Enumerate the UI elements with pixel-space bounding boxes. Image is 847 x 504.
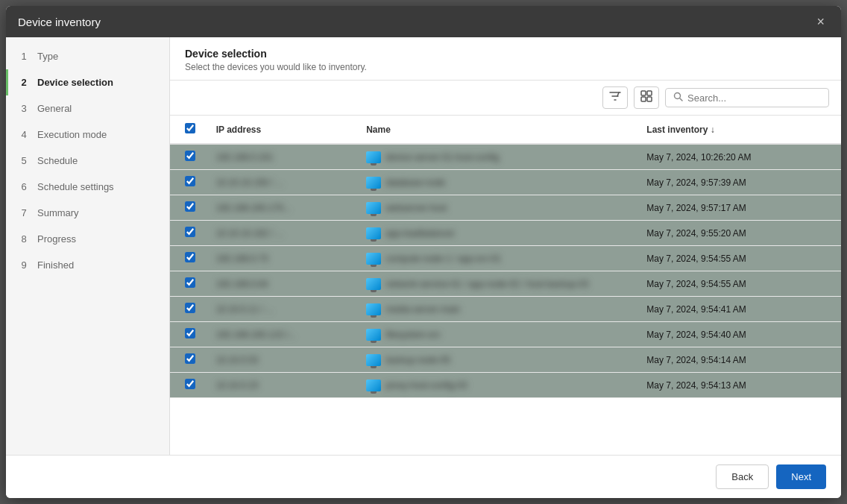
- sidebar-item-finished[interactable]: 9Finished: [6, 252, 169, 278]
- sidebar-item-device-selection[interactable]: 2Device selection: [6, 69, 169, 95]
- section-header: Device selection Select the devices you …: [170, 37, 841, 81]
- step-number: 6: [18, 181, 30, 192]
- table-row: 10.10.10.150 / ... database-node May 7, …: [170, 170, 841, 195]
- device-icon: [366, 278, 381, 290]
- row-checkbox-cell: [170, 195, 210, 221]
- sidebar-item-execution-mode[interactable]: 4Execution mode: [6, 122, 169, 148]
- row-name: app-loadbalancer: [360, 221, 640, 246]
- search-icon: [673, 92, 683, 104]
- step-number: 5: [18, 155, 30, 166]
- row-checkbox-cell: [170, 246, 210, 271]
- section-subtitle: Select the devices you would like to inv…: [185, 62, 826, 72]
- table-body: 192.168.0.101 device-server-01-host-conf…: [170, 144, 841, 398]
- row-ip: 192.168.0.64: [210, 271, 360, 297]
- row-checkbox[interactable]: [185, 277, 195, 288]
- select-all-header: [170, 116, 210, 144]
- row-timestamp: May 7, 2024, 9:54:41 AM: [640, 297, 841, 322]
- sidebar-item-schedule-settings[interactable]: 6Schedule settings: [6, 174, 169, 200]
- device-icon: [366, 253, 381, 265]
- modal-title: Device inventory: [18, 16, 101, 28]
- row-checkbox-cell: [170, 144, 210, 170]
- next-button[interactable]: Next: [776, 464, 826, 489]
- step-label: Finished: [37, 259, 74, 271]
- table-row: 10.10.0.23 proxy-host-config-03 May 7, 2…: [170, 373, 841, 398]
- row-name: media-server-main: [360, 297, 640, 322]
- row-checkbox[interactable]: [185, 328, 195, 338]
- table-row: 192.168.0.73 compute-node-1 / app-srv-01…: [170, 246, 841, 271]
- row-name: device-server-01-host-config: [360, 144, 640, 170]
- device-icon: [366, 202, 381, 214]
- table-row: 10.10.10.162 / ... app-loadbalancer May …: [170, 221, 841, 246]
- device-inventory-modal: Device inventory × 1Type2Device selectio…: [6, 6, 841, 498]
- table-row: 192.168.0.101 device-server-01-host-conf…: [170, 144, 841, 170]
- row-checkbox[interactable]: [185, 151, 195, 161]
- device-table: IP address Name Last inventory ↓ 192.168…: [170, 116, 841, 398]
- row-checkbox[interactable]: [185, 227, 195, 237]
- row-checkbox-cell: [170, 271, 210, 297]
- step-label: Execution mode: [37, 129, 107, 140]
- row-timestamp: May 7, 2024, 9:54:55 AM: [640, 246, 841, 271]
- filter-button[interactable]: [602, 86, 628, 109]
- svg-rect-3: [647, 97, 652, 101]
- device-icon: [366, 354, 381, 366]
- row-ip: 10.10.0.11 / ...: [210, 297, 360, 322]
- layout-icon: [640, 89, 653, 106]
- row-checkbox-cell: [170, 322, 210, 347]
- row-checkbox[interactable]: [185, 252, 195, 262]
- row-name: database-node: [360, 170, 640, 195]
- row-name: webserver-host: [360, 195, 640, 221]
- step-label: General: [37, 103, 72, 114]
- step-label: Device selection: [37, 77, 113, 88]
- close-button[interactable]: ×: [812, 13, 829, 30]
- row-ip: 192.168.100.170...: [210, 195, 360, 221]
- svg-rect-1: [647, 91, 652, 95]
- row-timestamp: May 7, 2024, 9:54:14 AM: [640, 347, 841, 373]
- row-timestamp: May 7, 2024, 9:54:55 AM: [640, 271, 841, 297]
- filter-icon: [608, 89, 622, 106]
- step-number: 9: [18, 259, 30, 271]
- main-content: Device selection Select the devices you …: [170, 37, 841, 455]
- row-name: backup-node-05: [360, 347, 640, 373]
- modal-body: 1Type2Device selection3General4Execution…: [6, 37, 841, 455]
- row-checkbox[interactable]: [185, 303, 195, 313]
- device-icon: [366, 329, 381, 341]
- step-number: 8: [18, 233, 30, 245]
- modal-footer: Back Next: [6, 455, 841, 498]
- layout-button[interactable]: [634, 86, 659, 109]
- row-name: network-service-01 / app-node-02 / host-…: [360, 271, 640, 297]
- toolbar: [170, 81, 841, 116]
- sidebar-item-summary[interactable]: 7Summary: [6, 200, 169, 226]
- sidebar-item-type[interactable]: 1Type: [6, 43, 169, 69]
- device-icon: [366, 379, 381, 391]
- step-number: 1: [18, 51, 30, 62]
- table-row: 10.10.0.53 backup-node-05 May 7, 2024, 9…: [170, 347, 841, 373]
- col-ip: IP address: [210, 116, 360, 144]
- step-label: Summary: [37, 207, 79, 218]
- step-label: Schedule: [37, 155, 78, 166]
- row-checkbox[interactable]: [185, 353, 195, 364]
- step-label: Schedule settings: [37, 181, 114, 192]
- step-number: 2: [18, 77, 30, 88]
- search-input[interactable]: [687, 92, 821, 104]
- row-checkbox[interactable]: [185, 201, 195, 212]
- svg-rect-0: [641, 91, 646, 95]
- row-checkbox[interactable]: [185, 176, 195, 186]
- row-ip: 10.10.0.23: [210, 373, 360, 398]
- row-name: proxy-host-config-03: [360, 373, 640, 398]
- back-button[interactable]: Back: [716, 464, 769, 489]
- row-timestamp: May 7, 2024, 9:55:20 AM: [640, 221, 841, 246]
- device-icon: [366, 177, 381, 189]
- row-ip: 192.168.0.73: [210, 246, 360, 271]
- row-checkbox[interactable]: [185, 379, 195, 389]
- row-checkbox-cell: [170, 170, 210, 195]
- table-row: 192.168.100.170... webserver-host May 7,…: [170, 195, 841, 221]
- sidebar-item-schedule[interactable]: 5Schedule: [6, 148, 169, 174]
- table-row: 10.10.0.11 / ... media-server-main May 7…: [170, 297, 841, 322]
- sidebar-item-general[interactable]: 3General: [6, 95, 169, 122]
- select-all-checkbox[interactable]: [185, 123, 195, 133]
- search-box: [665, 88, 829, 107]
- modal-header: Device inventory ×: [6, 6, 841, 37]
- row-name: filesystem-srv: [360, 322, 640, 347]
- sidebar-item-progress[interactable]: 8Progress: [6, 226, 169, 252]
- device-icon: [366, 303, 381, 315]
